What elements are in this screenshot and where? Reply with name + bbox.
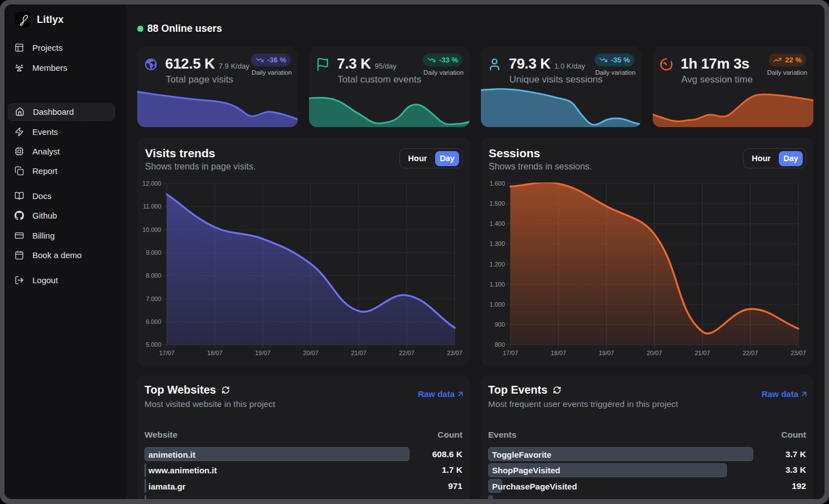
svg-text:8.000: 8.000: [146, 272, 161, 279]
svg-text:20/07: 20/07: [303, 350, 319, 356]
svg-text:17/07: 17/07: [159, 350, 175, 356]
svg-text:20/07: 20/07: [647, 350, 662, 356]
svg-text:5.000: 5.000: [146, 341, 161, 348]
svg-text:1.300: 1.300: [489, 240, 505, 247]
svg-text:9.000: 9.000: [146, 249, 161, 256]
svg-text:21/07: 21/07: [351, 350, 367, 356]
svg-text:1.200: 1.200: [489, 261, 505, 268]
svg-text:11.000: 11.000: [143, 203, 161, 210]
svg-text:10.000: 10.000: [142, 226, 161, 233]
svg-text:7.000: 7.000: [146, 295, 161, 302]
svg-text:23/07: 23/07: [447, 350, 462, 356]
svg-text:6.000: 6.000: [146, 318, 161, 325]
svg-text:22/07: 22/07: [399, 350, 414, 356]
svg-text:19/07: 19/07: [599, 350, 614, 356]
svg-text:23/07: 23/07: [791, 350, 806, 356]
svg-text:1.100: 1.100: [489, 281, 505, 288]
svg-text:800: 800: [495, 341, 505, 348]
svg-text:21/07: 21/07: [695, 350, 710, 356]
svg-text:1.400: 1.400: [489, 220, 505, 227]
svg-text:900: 900: [495, 321, 505, 328]
svg-text:19/07: 19/07: [255, 350, 271, 356]
svg-text:1.000: 1.000: [489, 301, 505, 308]
svg-text:12.000: 12.000: [142, 180, 161, 187]
svg-text:1.600: 1.600: [489, 180, 505, 187]
svg-text:22/07: 22/07: [743, 350, 758, 356]
svg-text:18/07: 18/07: [551, 350, 566, 356]
svg-text:17/07: 17/07: [503, 350, 518, 356]
svg-text:18/07: 18/07: [207, 350, 223, 356]
svg-text:1.500: 1.500: [489, 200, 505, 207]
